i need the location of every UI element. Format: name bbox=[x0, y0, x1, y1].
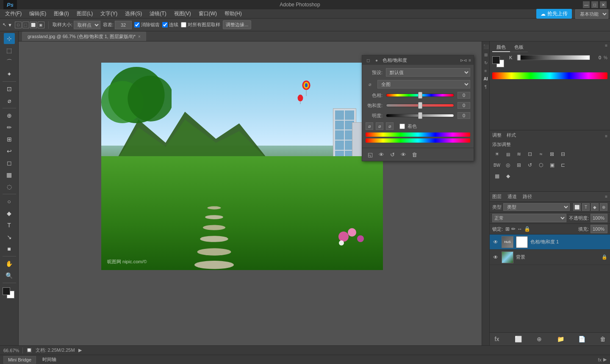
layer-fx-btn[interactable]: fx bbox=[492, 334, 502, 344]
sample-size-select[interactable]: 取样点 bbox=[74, 21, 100, 29]
adj-photo-filter[interactable]: ◎ bbox=[503, 160, 513, 170]
option-btn-2[interactable]: ⬚ bbox=[22, 22, 29, 28]
anti-alias-check[interactable] bbox=[134, 22, 140, 28]
layers-menu-btn[interactable]: ≡ bbox=[605, 194, 607, 199]
paths-title[interactable]: 路径 bbox=[523, 193, 532, 200]
blend-mode-select[interactable]: 正常 bbox=[492, 214, 566, 222]
adj-gradient-map[interactable]: ▦ bbox=[492, 171, 502, 181]
sat-thumb[interactable] bbox=[418, 102, 422, 109]
prop-menu-btn[interactable]: ≡ bbox=[469, 58, 471, 63]
menu-window[interactable]: 窗口(W) bbox=[195, 9, 220, 18]
light-thumb[interactable] bbox=[418, 112, 422, 119]
tool-magic-wand[interactable]: ✦ bbox=[4, 69, 15, 80]
tool-lasso[interactable]: ⌒ bbox=[4, 57, 15, 68]
layer-del-btn[interactable]: 🗑 bbox=[598, 334, 607, 344]
hue-slider[interactable] bbox=[386, 92, 454, 99]
prop-reset-btn[interactable]: ↺ bbox=[388, 150, 397, 159]
menu-layer[interactable]: 图层(L) bbox=[73, 9, 97, 18]
tool-marquee[interactable]: ⬚ bbox=[4, 45, 15, 56]
prop-clip-btn[interactable]: ◱ bbox=[366, 150, 375, 159]
tolerance-input[interactable] bbox=[115, 21, 132, 29]
option-btn-1[interactable]: □ bbox=[15, 22, 22, 28]
prop-expand-btn[interactable]: ⊳⊲ bbox=[460, 58, 467, 63]
minimize-btn[interactable]: — bbox=[583, 1, 590, 8]
adj-color-balance[interactable]: ⊟ bbox=[558, 149, 568, 159]
tool-pen[interactable]: ◆ bbox=[4, 208, 15, 219]
menu-file[interactable]: 文件(F) bbox=[2, 9, 25, 18]
close-btn[interactable]: ✕ bbox=[600, 1, 607, 8]
eyedrop-1-icon[interactable]: ⌀ bbox=[366, 122, 373, 130]
ai-icon[interactable]: AI bbox=[482, 75, 489, 82]
filter-adj-btn[interactable]: T bbox=[582, 203, 590, 211]
bottom-tab-timeline[interactable]: 时间轴 bbox=[38, 355, 61, 364]
layer-group-btn[interactable]: 📁 bbox=[556, 334, 565, 344]
color-fg-swatch[interactable] bbox=[492, 56, 500, 64]
sat-value[interactable] bbox=[458, 102, 470, 109]
contiguous-checkbox[interactable]: 连续 bbox=[162, 22, 178, 28]
menu-edit[interactable]: 编辑(E) bbox=[26, 9, 50, 18]
lock-position-icon[interactable]: ↔ bbox=[517, 226, 522, 232]
opacity-input[interactable] bbox=[591, 214, 607, 222]
adj-invert[interactable]: ⬡ bbox=[536, 160, 546, 170]
adj-exposure[interactable]: ⊡ bbox=[525, 149, 535, 159]
option-btn-4[interactable]: ▣ bbox=[38, 22, 44, 28]
filter-shape-btn[interactable]: ◆ bbox=[591, 203, 599, 211]
tool-hand[interactable]: ✋ bbox=[4, 258, 15, 269]
tab-close-btn[interactable]: × bbox=[138, 34, 141, 39]
adj-threshold[interactable]: ⊏ bbox=[558, 160, 568, 170]
hue-thumb[interactable] bbox=[418, 92, 422, 99]
bottom-more-icon[interactable]: ▶ bbox=[603, 357, 607, 362]
tool-blur[interactable]: ◌ bbox=[4, 181, 15, 192]
prop-panel-header[interactable]: ◻ ● 色相/饱和度 ⊳⊲ ≡ bbox=[362, 55, 474, 65]
preset-select[interactable]: 默认值 bbox=[386, 68, 470, 77]
sat-slider[interactable] bbox=[386, 102, 454, 109]
menu-help[interactable]: 帮助(H) bbox=[221, 9, 245, 18]
prop-prev-btn[interactable]: 👁 bbox=[399, 150, 408, 159]
adj-hue-sat[interactable]: ⊠ bbox=[547, 149, 557, 159]
layer-eye-2[interactable]: 👁 bbox=[492, 254, 499, 261]
option-btn-3[interactable]: ⬜ bbox=[30, 22, 37, 28]
tab-swatches[interactable]: 色板 bbox=[510, 43, 528, 52]
panel-menu-btn[interactable]: ≡ bbox=[605, 43, 607, 52]
menu-select[interactable]: 选择(S) bbox=[122, 9, 145, 18]
all-layers-checkbox[interactable]: 对所有图层取样 bbox=[181, 22, 220, 28]
tool-stamp[interactable]: ⊞ bbox=[4, 134, 15, 145]
menu-text[interactable]: 文字(Y) bbox=[97, 9, 121, 18]
type-filter-select[interactable]: 类型 bbox=[503, 203, 570, 211]
adjust-edge-btn[interactable]: 调整边缘... bbox=[223, 20, 251, 29]
adj-posterize[interactable]: ▣ bbox=[547, 160, 557, 170]
channel-select[interactable]: 全图 bbox=[377, 80, 470, 88]
paragraph-icon[interactable]: ¶ bbox=[482, 83, 489, 90]
bottom-fx-icon[interactable]: fx bbox=[598, 357, 602, 362]
light-value[interactable] bbox=[458, 112, 470, 119]
document-tab[interactable]: grassland.jpg @ 66.7% (色相/饱和度 1, 图层蒙版/8)… bbox=[22, 32, 146, 41]
channels-title[interactable]: 通道 bbox=[507, 193, 517, 200]
layer-new-btn[interactable]: 📄 bbox=[577, 334, 586, 344]
fg-color-swatch[interactable] bbox=[3, 287, 10, 295]
tool-shape[interactable]: ■ bbox=[4, 243, 15, 254]
tool-eraser[interactable]: ◻ bbox=[4, 157, 15, 168]
layer-mask-btn[interactable]: ⬜ bbox=[513, 334, 523, 344]
adj-curves[interactable]: ≋ bbox=[514, 149, 524, 159]
colorize-check[interactable] bbox=[399, 124, 405, 129]
eyedropper-icon[interactable]: ⌀ bbox=[366, 80, 374, 88]
menu-view[interactable]: 视图(V) bbox=[171, 9, 194, 18]
contiguous-check[interactable] bbox=[162, 22, 168, 28]
menu-image[interactable]: 图像(I) bbox=[50, 9, 72, 18]
adj-brightness[interactable]: ☀ bbox=[492, 149, 502, 159]
hue-value[interactable] bbox=[458, 92, 470, 99]
layers-icon-strip[interactable]: ≡ bbox=[482, 67, 489, 74]
workspace-select[interactable]: 基本功能 bbox=[575, 9, 608, 19]
menu-filter[interactable]: 滤镜(T) bbox=[146, 9, 169, 18]
all-layers-check[interactable] bbox=[181, 22, 186, 28]
prop-del-btn[interactable]: 🗑 bbox=[410, 150, 419, 159]
tool-move[interactable]: ⊹ bbox=[4, 33, 15, 44]
zoom-icon[interactable]: ⊞ bbox=[482, 51, 489, 58]
adj-levels[interactable]: ▤ bbox=[503, 149, 513, 159]
maximize-btn[interactable]: □ bbox=[591, 1, 598, 8]
tab-color[interactable]: 颜色 bbox=[492, 43, 510, 52]
tool-text[interactable]: T bbox=[4, 220, 15, 231]
tool-zoom[interactable]: 🔍 bbox=[4, 270, 15, 281]
bottom-tab-mini-bridge[interactable]: Mini Bridge bbox=[3, 356, 36, 364]
tool-brush[interactable]: ✏ bbox=[4, 122, 15, 133]
